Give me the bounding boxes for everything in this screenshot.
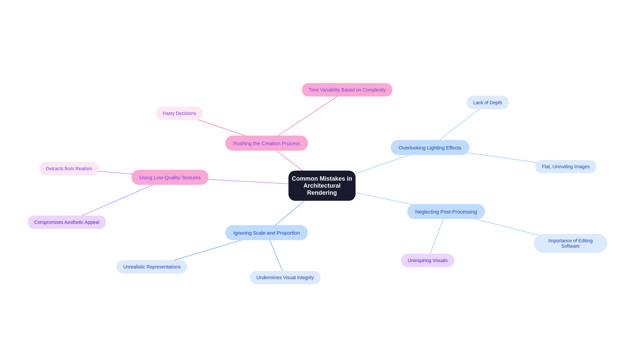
node-undermines[interactable]: Undermines Visual Integrity <box>250 271 321 284</box>
center-node[interactable]: Common Mistakes in Architectural Renderi… <box>288 171 356 201</box>
node-flat[interactable]: Flat, Uninviting Images <box>535 160 596 173</box>
node-compromises[interactable]: Compromises Aesthetic Appeal <box>28 216 106 229</box>
node-editing-software[interactable]: Importance of Editing Software <box>534 234 607 253</box>
node-neglecting[interactable]: Neglecting Post-Processing <box>407 204 485 219</box>
node-detracts[interactable]: Detracts from Realism <box>39 162 99 175</box>
node-low-quality[interactable]: Using Low-Quality Textures <box>131 170 209 185</box>
node-ignoring-scale[interactable]: Ignoring Scale and Proportion <box>225 225 308 240</box>
node-rushing[interactable]: Rushing the Creation Process <box>225 136 308 151</box>
mind-map: Common Mistakes in Architectural Renderi… <box>0 0 644 363</box>
node-uninspiring[interactable]: Uninspiring Visuals <box>401 254 454 267</box>
node-unrealistic[interactable]: Unrealistic Representations <box>116 260 187 274</box>
node-hasty[interactable]: Hasty Decisions <box>156 107 203 120</box>
node-overlooking[interactable]: Overlooking Lighting Effects <box>391 140 470 155</box>
node-lack-depth[interactable]: Lack of Depth <box>467 96 509 109</box>
svg-line-1 <box>267 90 347 143</box>
node-time-variability[interactable]: Time Variability Based on Complexity <box>302 83 392 97</box>
